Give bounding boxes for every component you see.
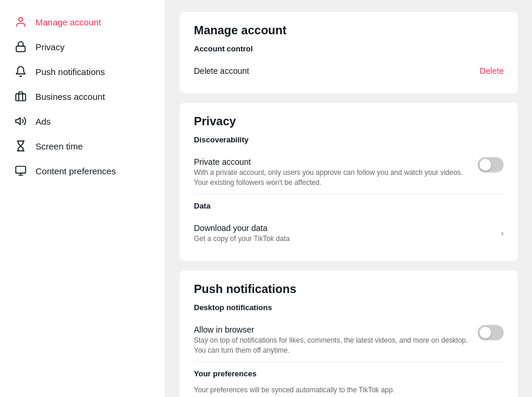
chevron-right-icon: › bbox=[501, 229, 504, 237]
allow-in-browser-row: Allow in browser Stay on top of notifica… bbox=[194, 319, 504, 362]
allow-in-browser-desc: Stay on top of notifications for likes, … bbox=[194, 336, 471, 356]
sidebar-item-label: Privacy bbox=[35, 42, 64, 52]
sidebar-item-ads[interactable]: Ads bbox=[0, 109, 165, 134]
sidebar-item-screen-time[interactable]: Screen time bbox=[0, 134, 165, 158]
person-icon bbox=[14, 15, 27, 28]
briefcase-icon bbox=[14, 90, 27, 103]
download-data-desc: Get a copy of your TikTok data bbox=[194, 234, 501, 244]
sidebar: Manage account Privacy Push notification… bbox=[0, 0, 166, 397]
private-account-toggle[interactable] bbox=[478, 157, 504, 173]
svg-marker-3 bbox=[16, 118, 21, 125]
delete-account-label: Delete account bbox=[194, 66, 249, 76]
lock-icon bbox=[14, 40, 27, 53]
svg-point-0 bbox=[19, 18, 23, 22]
sidebar-item-label: Ads bbox=[35, 116, 51, 126]
delete-link[interactable]: Delete bbox=[480, 66, 504, 76]
monitor-icon bbox=[14, 164, 27, 177]
sidebar-item-privacy[interactable]: Privacy bbox=[0, 34, 165, 59]
data-label: Data bbox=[194, 201, 504, 213]
your-preferences-desc: Your preferences will be synced automati… bbox=[194, 385, 504, 397]
hourglass-icon bbox=[14, 139, 27, 152]
main-content: Manage account Account control Delete ac… bbox=[166, 0, 532, 397]
allow-in-browser-label: Allow in browser bbox=[194, 325, 471, 334]
desktop-notifications-label: Desktop notifications bbox=[194, 303, 504, 314]
svg-rect-2 bbox=[16, 94, 26, 101]
bell-icon bbox=[14, 65, 27, 78]
allow-in-browser-toggle[interactable] bbox=[478, 325, 504, 340]
megaphone-icon bbox=[14, 115, 27, 128]
sidebar-item-business-account[interactable]: Business account bbox=[0, 84, 165, 109]
discoverability-label: Discoverability bbox=[194, 135, 504, 147]
private-account-label: Private account bbox=[194, 157, 471, 167]
sidebar-item-label: Content preferences bbox=[35, 166, 116, 176]
manage-account-title: Manage account bbox=[194, 24, 504, 37]
delete-account-row: Delete account Delete bbox=[194, 60, 504, 82]
sidebar-item-content-preferences[interactable]: Content preferences bbox=[0, 158, 165, 183]
private-account-row: Private account With a private account, … bbox=[194, 151, 504, 194]
sidebar-item-label: Manage account bbox=[35, 17, 101, 27]
push-notifications-section: Push notifications Desktop notifications… bbox=[180, 271, 518, 397]
privacy-title: Privacy bbox=[194, 115, 504, 128]
sidebar-item-manage-account[interactable]: Manage account bbox=[0, 9, 165, 34]
privacy-section: Privacy Discoverability Private account … bbox=[180, 103, 518, 261]
push-notifications-title: Push notifications bbox=[194, 282, 504, 296]
sidebar-item-label: Push notifications bbox=[35, 67, 105, 77]
sidebar-item-push-notifications[interactable]: Push notifications bbox=[0, 59, 165, 84]
sidebar-item-label: Screen time bbox=[35, 141, 83, 151]
account-control-label: Account control bbox=[194, 44, 504, 56]
manage-account-section: Manage account Account control Delete ac… bbox=[180, 12, 518, 93]
download-data-row[interactable]: Download your data Get a copy of your Ti… bbox=[194, 217, 504, 250]
private-account-desc: With a private account, only users you a… bbox=[194, 168, 471, 188]
sidebar-item-label: Business account bbox=[35, 92, 105, 102]
download-data-label: Download your data bbox=[194, 223, 501, 233]
svg-rect-4 bbox=[16, 167, 26, 174]
your-preferences-label: Your preferences bbox=[194, 369, 504, 380]
svg-rect-1 bbox=[17, 46, 25, 51]
